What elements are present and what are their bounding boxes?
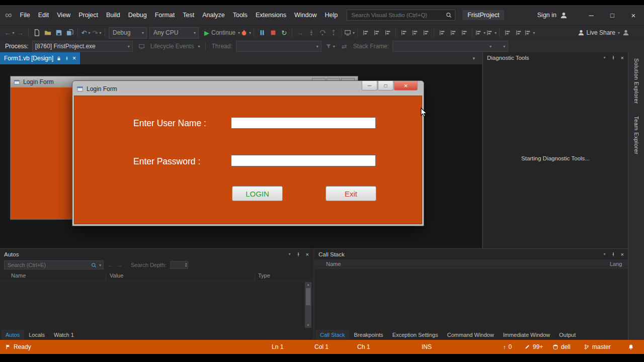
menu-extensions[interactable]: Extensions bbox=[252, 10, 290, 20]
char-indicator[interactable]: Ch 1 bbox=[357, 340, 370, 354]
menu-file[interactable]: File bbox=[16, 10, 34, 20]
make-same-width-button[interactable] bbox=[437, 27, 447, 39]
outgoing-commits-indicator[interactable]: ↑0 bbox=[503, 340, 512, 354]
notifications-button[interactable] bbox=[628, 340, 634, 354]
username-input[interactable] bbox=[231, 117, 376, 129]
pin-icon[interactable] bbox=[64, 56, 69, 61]
repository-indicator[interactable]: dell bbox=[552, 340, 571, 354]
tab-output[interactable]: Output bbox=[554, 330, 580, 340]
column-lang[interactable]: Lang bbox=[610, 261, 622, 267]
tab-command-window[interactable]: Command Window bbox=[443, 330, 499, 340]
process-combo[interactable]: [8760] FristProject.exe▾ bbox=[32, 41, 133, 52]
lifecycle-events-button[interactable] bbox=[136, 40, 147, 52]
maximize-button[interactable]: □ bbox=[378, 81, 393, 90]
save-all-button[interactable] bbox=[64, 27, 75, 39]
break-all-button[interactable] bbox=[257, 27, 267, 39]
column-divider[interactable] bbox=[255, 273, 255, 281]
tab-call-stack[interactable]: Call Stack bbox=[315, 330, 350, 340]
autos-header[interactable]: Autos ▾ × bbox=[0, 249, 313, 259]
tab-locals[interactable]: Locals bbox=[24, 330, 49, 340]
stop-debugging-button[interactable] bbox=[268, 27, 278, 39]
menu-help[interactable]: Help bbox=[321, 10, 342, 20]
menu-view[interactable]: View bbox=[53, 10, 74, 20]
align-rights-button[interactable] bbox=[382, 27, 393, 39]
search-depth-stepper[interactable]: ▴▾ bbox=[170, 261, 188, 269]
open-file-button[interactable] bbox=[42, 27, 53, 39]
close-button[interactable]: × bbox=[623, 7, 644, 24]
quick-search-input[interactable] bbox=[350, 12, 443, 19]
close-icon[interactable]: × bbox=[306, 251, 309, 257]
menu-window[interactable]: Window bbox=[290, 10, 320, 20]
search-next-icon[interactable]: → bbox=[117, 262, 123, 268]
make-same-height-button[interactable] bbox=[448, 27, 458, 39]
scroll-up-icon[interactable]: ▴ bbox=[305, 283, 311, 287]
diagnostic-tools-header[interactable]: Diagnostic Tools ▾ × bbox=[483, 52, 628, 63]
spinner-arrows-icon[interactable]: ▴▾ bbox=[185, 262, 187, 267]
minimize-button[interactable]: ─ bbox=[362, 81, 377, 90]
lifecycle-events-label[interactable]: Lifecycle Events bbox=[150, 43, 194, 50]
window-position-icon[interactable]: ▾ bbox=[289, 252, 291, 256]
column-name[interactable]: Name bbox=[11, 273, 26, 279]
solution-platform-combo[interactable]: Any CPU▾ bbox=[149, 27, 199, 39]
menu-format[interactable]: Format bbox=[151, 10, 179, 20]
search-previous-icon[interactable]: ← bbox=[108, 262, 113, 268]
tab-exception-settings[interactable]: Exception Settings bbox=[388, 330, 443, 340]
make-same-size-button[interactable] bbox=[459, 27, 469, 39]
navigate-back-button[interactable]: ←▾ bbox=[4, 27, 15, 39]
vertical-spacing-button[interactable]: ▾ bbox=[486, 27, 497, 39]
undo-button[interactable]: ↶▾ bbox=[80, 27, 91, 39]
tab-team-explorer[interactable]: Team Explorer bbox=[633, 116, 639, 154]
tab-autos[interactable]: Autos bbox=[1, 330, 24, 340]
menu-debug[interactable]: Debug bbox=[124, 10, 151, 20]
show-next-statement-button[interactable]: → bbox=[295, 27, 305, 39]
new-file-button[interactable] bbox=[31, 27, 42, 39]
menu-analyze[interactable]: Analyze bbox=[198, 10, 228, 20]
send-to-back-button[interactable] bbox=[513, 27, 524, 39]
menu-project[interactable]: Project bbox=[74, 10, 102, 20]
step-over-button[interactable] bbox=[317, 27, 328, 39]
tab-solution-explorer[interactable]: Solution Explorer bbox=[633, 58, 639, 104]
menu-tools[interactable]: Tools bbox=[229, 10, 252, 20]
solution-configuration-combo[interactable]: Debug▾ bbox=[109, 27, 147, 39]
pending-edits-indicator[interactable]: 99+ bbox=[524, 340, 543, 354]
close-icon[interactable]: × bbox=[621, 55, 624, 61]
toggle-flagged-threads-button[interactable]: ⇄ bbox=[339, 40, 350, 52]
password-input[interactable] bbox=[231, 155, 376, 166]
autos-search-input[interactable] bbox=[7, 261, 89, 268]
align-tops-button[interactable] bbox=[398, 27, 409, 39]
hot-reload-button[interactable]: ▾ bbox=[240, 27, 251, 39]
quick-search-box[interactable] bbox=[347, 10, 455, 21]
step-into-button[interactable] bbox=[306, 27, 316, 39]
pin-icon[interactable] bbox=[611, 55, 616, 60]
exit-button[interactable]: Exit bbox=[326, 186, 376, 201]
align-centers-button[interactable] bbox=[371, 27, 382, 39]
tab-watch-1[interactable]: Watch 1 bbox=[49, 330, 78, 340]
pin-icon[interactable] bbox=[611, 252, 616, 257]
maximize-button[interactable]: □ bbox=[602, 7, 623, 24]
scroll-down-icon[interactable]: ▾ bbox=[305, 323, 311, 327]
close-button[interactable]: × bbox=[394, 81, 418, 90]
menu-build[interactable]: Build bbox=[102, 10, 124, 20]
call-stack-header[interactable]: Call Stack ▾ × bbox=[314, 249, 628, 259]
horizontal-spacing-button[interactable]: ▾ bbox=[475, 27, 486, 39]
column-divider[interactable] bbox=[106, 273, 106, 281]
menu-edit[interactable]: Edit bbox=[34, 10, 53, 20]
pin-icon[interactable] bbox=[296, 252, 301, 257]
vertical-scrollbar[interactable]: ▴ ▾ bbox=[305, 282, 311, 328]
line-indicator[interactable]: Ln 1 bbox=[272, 340, 283, 354]
redo-button[interactable]: ↷▾ bbox=[92, 27, 102, 39]
filter-threads-button[interactable]: ▾ bbox=[325, 40, 336, 52]
align-bottoms-button[interactable] bbox=[421, 27, 431, 39]
column-value[interactable]: Value bbox=[110, 273, 123, 279]
continue-button[interactable]: ▶Continue▾ bbox=[204, 27, 240, 39]
column-indicator[interactable]: Col 1 bbox=[314, 340, 329, 354]
align-lefts-button[interactable] bbox=[360, 27, 371, 39]
bring-to-front-button[interactable] bbox=[502, 27, 513, 39]
scrollbar-thumb[interactable] bbox=[306, 288, 310, 305]
login-button[interactable]: LOGIN bbox=[232, 186, 283, 201]
toolbar-overflow-button[interactable]: ▾ bbox=[490, 44, 492, 49]
tab-order-button[interactable]: ▾ bbox=[524, 27, 535, 39]
window-position-icon[interactable]: ▾ bbox=[604, 55, 606, 60]
branch-indicator[interactable]: master bbox=[584, 340, 611, 354]
tab-immediate-window[interactable]: Immediate Window bbox=[499, 330, 555, 340]
